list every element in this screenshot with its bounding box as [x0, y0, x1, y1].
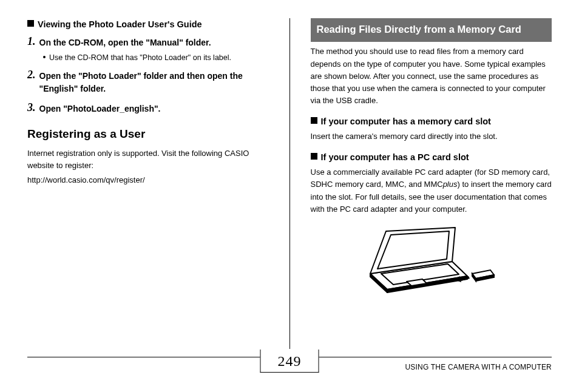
heading-registering-user: Registering as a User: [27, 126, 269, 143]
step-text: Open the "Photo Loader" folder and then …: [39, 69, 269, 95]
registration-paragraph: Internet registration only is supported.…: [27, 147, 269, 172]
square-bullet-icon: [27, 20, 34, 27]
step-2: 2. Open the "Photo Loader" folder and th…: [27, 69, 269, 95]
left-column: Viewing the Photo Loader User's Guide 1.…: [27, 18, 275, 349]
step-number: 3.: [27, 102, 36, 115]
step-number: 1.: [27, 36, 36, 49]
laptop-illustration: [311, 226, 552, 297]
subheading-text: If your computer has a PC card slot: [321, 151, 469, 164]
pc-text-italic: plus: [443, 180, 458, 189]
registration-url: http://world.casio.com/qv/register/: [27, 174, 269, 186]
subheading-memory-card-slot: If your computer has a memory card slot: [311, 115, 552, 128]
step-1-sub-bullet: Use the CD-ROM that has "Photo Loader" o…: [43, 52, 269, 63]
sub-bullet-text: Use the CD-ROM that has "Photo Loader" o…: [49, 52, 231, 63]
intro-paragraph: The method you should use to read files …: [311, 46, 552, 107]
pc-card-slot-paragraph: Use a commercially available PC card ada…: [311, 166, 552, 215]
memory-card-slot-paragraph: Insert the camera's memory card directly…: [311, 130, 552, 143]
laptop-card-icon: [364, 226, 498, 293]
page-number: 249: [260, 350, 319, 373]
section-label: USING THE CAMERA WITH A COMPUTER: [405, 363, 552, 371]
square-bullet-icon: [311, 117, 317, 124]
subheading-text: If your computer has a memory card slot: [321, 115, 491, 128]
subheading-pc-card-slot: If your computer has a PC card slot: [311, 151, 552, 164]
column-divider: [290, 18, 290, 349]
step-text: On the CD-ROM, open the "Manual" folder.: [39, 36, 211, 49]
bullet-dot-icon: [43, 56, 46, 58]
step-1: 1. On the CD-ROM, open the "Manual" fold…: [27, 36, 269, 49]
heading-text: Viewing the Photo Loader User's Guide: [38, 18, 202, 31]
heading-photo-loader-guide: Viewing the Photo Loader User's Guide: [27, 18, 269, 31]
right-column: Reading Files Directly from a Memory Car…: [305, 18, 552, 349]
step-text: Open "PhotoLoader_english".: [39, 102, 161, 115]
two-column-layout: Viewing the Photo Loader User's Guide 1.…: [27, 18, 552, 349]
step-number: 2.: [27, 69, 36, 95]
section-box-reading-files: Reading Files Directly from a Memory Car…: [311, 18, 552, 42]
square-bullet-icon: [311, 153, 317, 160]
step-3: 3. Open "PhotoLoader_english".: [27, 102, 269, 115]
manual-page: Viewing the Photo Loader User's Guide 1.…: [0, 0, 579, 392]
